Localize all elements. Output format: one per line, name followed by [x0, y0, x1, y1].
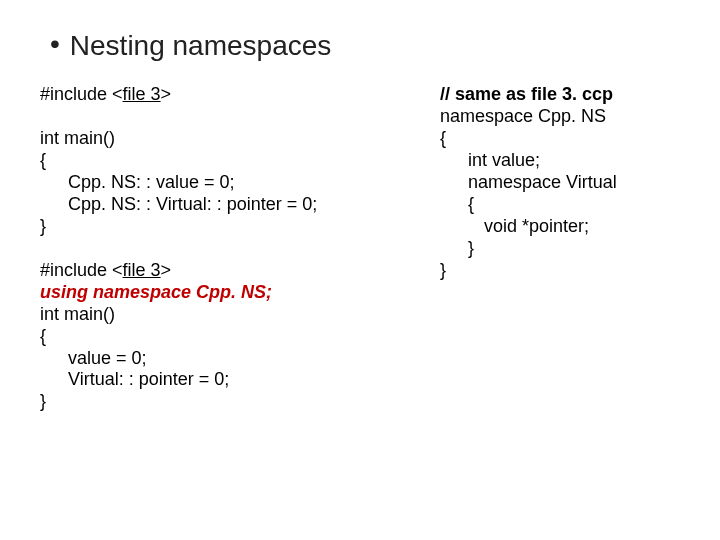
decl-int-value: int value;	[440, 150, 700, 172]
stmt-value: Cpp. NS: : value = 0;	[40, 172, 440, 194]
file3-underline-2: file 3	[123, 260, 161, 280]
ns-virtual-brace-close: }	[440, 238, 700, 260]
main-sig-2: int main()	[40, 304, 440, 326]
brace-open-1: {	[40, 150, 440, 172]
include-line-2: #include <file 3>	[40, 260, 440, 282]
ns-virtual-brace-open: {	[440, 194, 700, 216]
ns-brace-open: {	[440, 128, 700, 150]
ns-brace-close: }	[440, 260, 700, 282]
include-line-1: #include <file 3>	[40, 84, 440, 106]
stmt-pointer: Cpp. NS: : Virtual: : pointer = 0;	[40, 194, 440, 216]
bullet-dot-icon: •	[50, 30, 60, 58]
stmt-value-2: value = 0;	[40, 348, 440, 370]
brace-close-2: }	[40, 391, 440, 413]
file3-underline: file 3	[123, 84, 161, 104]
brace-open-2: {	[40, 326, 440, 348]
ns-cppns: namespace Cpp. NS	[440, 106, 700, 128]
two-column-layout: #include <file 3> int main() { Cpp. NS: …	[40, 84, 700, 413]
comment-line: // same as file 3. ccp	[440, 84, 700, 106]
ns-virtual: namespace Virtual	[440, 172, 700, 194]
right-code-column: // same as file 3. ccp namespace Cpp. NS…	[440, 84, 700, 413]
title-text: Nesting namespaces	[70, 30, 331, 62]
main-sig-1: int main()	[40, 128, 440, 150]
decl-void-pointer: void *pointer;	[440, 216, 700, 238]
brace-close-1: }	[40, 216, 440, 238]
using-namespace-line: using namespace Cpp. NS;	[40, 282, 440, 304]
slide-content: • Nesting namespaces #include <file 3> i…	[0, 0, 720, 413]
stmt-pointer-2: Virtual: : pointer = 0;	[40, 369, 440, 391]
bullet-title: • Nesting namespaces	[50, 30, 700, 62]
left-code-column: #include <file 3> int main() { Cpp. NS: …	[40, 84, 440, 413]
